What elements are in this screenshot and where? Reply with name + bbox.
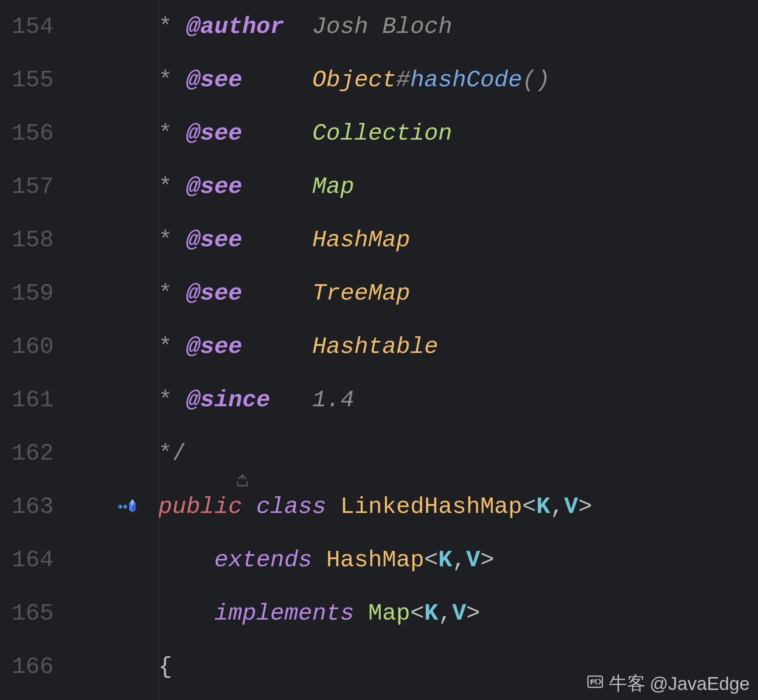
javadoc-tag: @see — [186, 333, 242, 360]
code-editor[interactable]: 154* @author Josh Bloch155* @see Object#… — [0, 0, 758, 700]
watermark: 牛客@JavaEdge — [586, 671, 750, 696]
javadoc-star: * — [158, 173, 186, 200]
code-line[interactable]: 163 public class LinkedHashMap<K,V> — [0, 480, 758, 533]
javadoc-star: * — [158, 280, 186, 307]
code-token: HashMap — [312, 227, 410, 253]
code-line[interactable]: 162 */ — [0, 427, 758, 480]
code-token: Hashtable — [312, 333, 438, 360]
code-token: K — [438, 547, 452, 573]
code-token: TreeMap — [312, 280, 410, 307]
code-line[interactable]: 158* @see HashMap — [0, 213, 758, 267]
line-number: 166 — [0, 655, 87, 678]
code-token: # — [396, 67, 410, 93]
watermark-handle: @JavaEdge — [650, 673, 750, 694]
watermark-icon — [586, 672, 605, 695]
code-line[interactable]: 157* @see Map — [0, 160, 758, 213]
code-token: , — [438, 600, 452, 627]
code-token: LinkedHashMap — [340, 493, 522, 520]
javadoc-star: * — [158, 13, 186, 40]
code-token: class — [256, 493, 340, 520]
code-token: () — [522, 67, 550, 93]
code-token: extends — [214, 547, 326, 573]
code-token: , — [452, 547, 466, 573]
code-token: , — [550, 493, 564, 520]
fold-handle-icon[interactable] — [123, 446, 137, 460]
code-token: Josh Bloch — [312, 13, 452, 40]
code-token: > — [578, 493, 592, 520]
code-line[interactable]: 164 extends HashMap<K,V> — [0, 533, 758, 587]
code-token: < — [424, 547, 439, 573]
code-line[interactable]: 161* @since 1.4 — [0, 373, 758, 427]
line-number: 156 — [0, 122, 87, 145]
code-line[interactable]: 159* @see TreeMap — [0, 267, 758, 320]
code-token: Collection — [312, 120, 452, 147]
code-line[interactable]: 160* @see Hashtable — [0, 320, 758, 373]
javadoc-tag: @see — [186, 120, 242, 147]
javadoc-tag: @see — [186, 227, 242, 253]
brace-open: { — [158, 653, 172, 680]
code-token: K — [536, 493, 550, 520]
javadoc-tag: @author — [186, 13, 284, 40]
javadoc-star: * — [158, 227, 186, 253]
code-token: Map — [368, 600, 410, 627]
line-number: 163 — [0, 495, 87, 518]
line-number: 155 — [0, 68, 87, 92]
line-number: 157 — [0, 175, 87, 198]
code-token: implements — [214, 600, 368, 627]
class-gutter-icon[interactable] — [117, 497, 137, 517]
code-token: 1.4 — [312, 387, 354, 413]
code-token: V — [564, 493, 578, 520]
code-line[interactable]: 154* @author Josh Bloch — [0, 0, 758, 53]
code-token: < — [522, 493, 536, 520]
javadoc-tag: @see — [186, 67, 242, 93]
line-number: 165 — [0, 602, 87, 625]
code-token: HashMap — [326, 547, 424, 573]
line-number: 160 — [0, 335, 87, 358]
code-token: < — [410, 600, 424, 627]
line-number: 164 — [0, 548, 87, 572]
javadoc-tag: @since — [186, 387, 270, 413]
comment-close: */ — [158, 440, 186, 467]
line-number: 159 — [0, 282, 87, 305]
code-token: Map — [312, 173, 354, 200]
javadoc-star: * — [158, 120, 186, 147]
code-token: V — [452, 600, 466, 627]
code-line[interactable]: 155* @see Object#hashCode() — [0, 53, 758, 107]
code-token: V — [466, 547, 480, 573]
line-number: 162 — [0, 442, 87, 465]
javadoc-tag: @see — [186, 173, 242, 200]
javadoc-star: * — [158, 67, 186, 93]
code-line[interactable]: 156* @see Collection — [0, 107, 758, 160]
code-token: > — [466, 600, 480, 627]
code-token: hashCode — [410, 67, 522, 93]
code-token: Object — [312, 67, 396, 93]
code-token: K — [424, 600, 439, 627]
line-number: 154 — [0, 15, 87, 38]
line-number: 161 — [0, 388, 87, 412]
code-token: > — [480, 547, 494, 573]
indent-guide — [158, 0, 159, 700]
javadoc-star: * — [158, 333, 186, 360]
watermark-site: 牛客 — [609, 671, 646, 696]
code-line[interactable]: 165 implements Map<K,V> — [0, 587, 758, 640]
javadoc-star: * — [158, 387, 186, 413]
line-number: 158 — [0, 228, 87, 252]
javadoc-tag: @see — [186, 280, 242, 307]
